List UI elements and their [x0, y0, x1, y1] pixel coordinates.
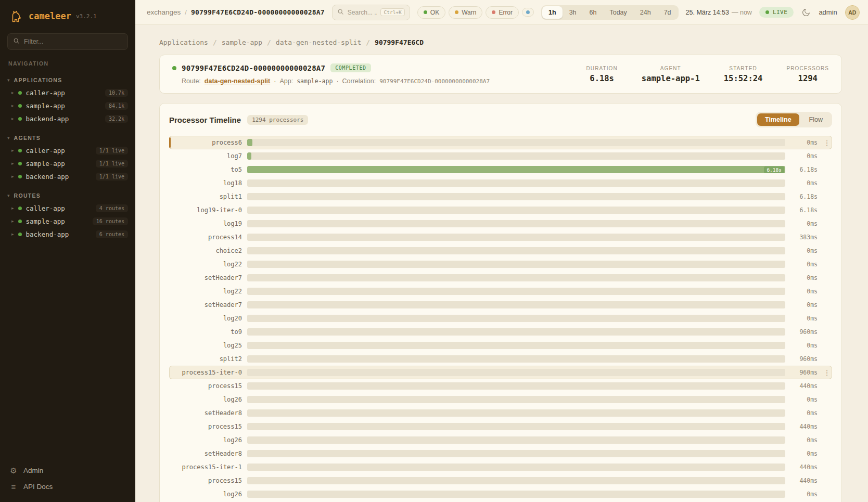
breadcrumb-item[interactable]: sample-app [222, 38, 262, 46]
timeline-row[interactable]: process15-iter-0 960ms ⋮ [169, 366, 832, 379]
sidebar-filter [7, 33, 128, 50]
timeline-track [247, 220, 785, 227]
time-range-button[interactable]: 3h [563, 6, 583, 19]
dark-mode-toggle[interactable] [801, 8, 811, 17]
breadcrumb-item[interactable]: Applications [159, 38, 208, 46]
sidebar-group-header[interactable]: ▾ AGENTS [0, 133, 135, 144]
timeline-row[interactable]: process6 0ms ⋮ [169, 136, 832, 149]
breadcrumb-section[interactable]: exchanges [147, 8, 181, 16]
chevron-down-icon: ▾ [7, 78, 10, 83]
chevron-right-icon[interactable]: ▸ [11, 206, 14, 211]
timeline-row[interactable]: log22 0ms ⋮ [169, 285, 832, 298]
exchange-meta: Route: data-gen-nested-split · App: samp… [172, 78, 490, 85]
main-area: exchanges / 90799F47E6CD24D-000000000000… [135, 0, 868, 502]
time-range-button[interactable]: 7d [658, 6, 678, 19]
timeline-row[interactable]: log22 0ms ⋮ [169, 258, 832, 271]
timeline-track [247, 315, 785, 322]
view-toggle-button[interactable]: Timeline [757, 113, 799, 126]
app-logo[interactable]: cameleer v3.2.1 [0, 0, 135, 29]
sidebar-item[interactable]: ▸ backend-app 1/1 live [0, 170, 135, 183]
kebab-menu-icon[interactable]: ⋮ [823, 369, 831, 376]
timeline-row[interactable]: log19 0ms ⋮ [169, 217, 832, 230]
sidebar-item[interactable]: ▸ sample-app 1/1 live [0, 157, 135, 170]
status-dot [455, 10, 458, 14]
sidebar-item[interactable]: ▸ caller-app 1/1 live [0, 144, 135, 157]
chevron-right-icon[interactable]: ▸ [11, 174, 14, 179]
time-range-button[interactable]: 1h [542, 6, 563, 19]
timeline-row[interactable]: log26 0ms ⋮ [169, 393, 832, 406]
timeline-row[interactable]: log18 0ms ⋮ [169, 176, 832, 190]
live-badge[interactable]: LIVE [759, 7, 794, 18]
row-duration: 6.18s [790, 193, 818, 200]
timeline-row[interactable]: setHeader7 0ms ⋮ [169, 271, 832, 285]
breadcrumb-item[interactable]: 90799F47E6CD [375, 38, 424, 46]
sidebar: cameleer v3.2.1 NAVIGATION ▾ APPLICATION… [0, 0, 135, 502]
sidebar-group-header[interactable]: ▾ ROUTES [0, 190, 135, 202]
exchange-stat: STARTED 15:52:24 [724, 66, 763, 83]
sidebar-item-admin[interactable]: ⚙ Admin [9, 467, 126, 474]
time-range-button[interactable]: Today [603, 6, 633, 19]
timeline-row[interactable]: process14 383ms ⋮ [169, 230, 832, 244]
timeline-row[interactable]: split2 960ms ⋮ [169, 352, 832, 366]
timeline-row[interactable]: process15-iter-1 440ms ⋮ [169, 460, 832, 474]
status-dot [18, 207, 22, 210]
date-range-end: — now [732, 9, 752, 16]
view-toggle-button[interactable]: Flow [801, 113, 831, 126]
timeline-row[interactable]: process15 440ms ⋮ [169, 420, 832, 433]
timeline-track [247, 436, 785, 444]
search-input[interactable] [348, 9, 377, 16]
filter-chip[interactable]: Error [486, 6, 519, 19]
filter-chip[interactable]: Warn [449, 6, 482, 19]
sidebar-item-api-docs[interactable]: ≡ API Docs [9, 483, 126, 491]
timeline-track [247, 234, 785, 241]
chevron-right-icon[interactable]: ▸ [11, 219, 14, 224]
global-search[interactable]: Ctrl+K [332, 5, 410, 20]
time-range-button[interactable]: 24h [634, 6, 657, 19]
chevron-right-icon[interactable]: ▸ [11, 148, 14, 153]
row-duration: 0ms [790, 139, 818, 146]
chevron-right-icon[interactable]: ▸ [11, 91, 14, 95]
timeline-row[interactable]: log25 0ms ⋮ [169, 339, 832, 352]
sidebar-item[interactable]: ▸ sample-app 16 routes [0, 215, 135, 228]
timeline-row[interactable]: log26 0ms ⋮ [169, 433, 832, 447]
timeline-row[interactable]: to5 6.18s 6.18s ⋮ [169, 163, 832, 176]
timeline-row[interactable]: setHeader8 0ms ⋮ [169, 406, 832, 420]
row-duration: 0ms [790, 220, 818, 227]
chevron-right-icon[interactable]: ▸ [11, 161, 14, 166]
filter-chip[interactable]: OK [417, 6, 445, 19]
route-link[interactable]: data-gen-nested-split [205, 78, 270, 85]
timeline-row[interactable]: log7 0ms ⋮ [169, 149, 832, 163]
timeline-row[interactable]: log19-iter-0 6.18s ⋮ [169, 203, 832, 217]
date-range[interactable]: 25. März 14:53— now [686, 9, 752, 16]
sidebar-item[interactable]: ▸ backend-app 6 routes [0, 228, 135, 241]
sidebar-item[interactable]: ▸ backend-app 32.2k [0, 112, 135, 125]
filter-input[interactable] [24, 38, 122, 45]
sidebar-group-header[interactable]: ▾ APPLICATIONS [0, 75, 135, 86]
breadcrumb-item[interactable]: data-gen-nested-split [276, 38, 361, 46]
timeline-row[interactable]: process15 440ms ⋮ [169, 474, 832, 487]
timeline-row[interactable]: process15 440ms ⋮ [169, 379, 832, 393]
item-badge: 10.7k [105, 89, 128, 97]
timeline-row[interactable]: setHeader7 0ms ⋮ [169, 298, 832, 312]
timeline-row[interactable]: choice2 0ms ⋮ [169, 244, 832, 258]
processor-label: log7 [174, 152, 242, 160]
time-range-button[interactable]: 6h [583, 6, 603, 19]
bar-duration-label: 6.18s [764, 166, 784, 173]
filter-chip[interactable] [522, 8, 534, 17]
timeline-row[interactable]: log26 0ms ⋮ [169, 487, 832, 501]
timeline-row[interactable]: log20 0ms ⋮ [169, 312, 832, 325]
chevron-right-icon[interactable]: ▸ [11, 232, 14, 237]
sidebar-item[interactable]: ▸ caller-app 10.7k [0, 86, 135, 99]
kebab-menu-icon[interactable]: ⋮ [823, 139, 831, 146]
timeline-row[interactable]: split1 6.18s ⋮ [169, 190, 832, 203]
chevron-right-icon[interactable]: ▸ [11, 117, 14, 121]
item-badge: 6 routes [96, 230, 128, 238]
chevron-right-icon[interactable]: ▸ [11, 104, 14, 108]
timeline-row[interactable]: to9 960ms ⋮ [169, 325, 832, 339]
timeline-row[interactable]: setHeader8 0ms ⋮ [169, 447, 832, 460]
breadcrumb-exchange-id: 90799F47E6CD24D-00000000000028A7 [191, 8, 325, 16]
sidebar-item[interactable]: ▸ caller-app 4 routes [0, 202, 135, 215]
avatar[interactable]: AD [845, 5, 860, 20]
exchange-stat: DURATION 6.18s [586, 66, 618, 83]
sidebar-item[interactable]: ▸ sample-app 84.1k [0, 99, 135, 112]
